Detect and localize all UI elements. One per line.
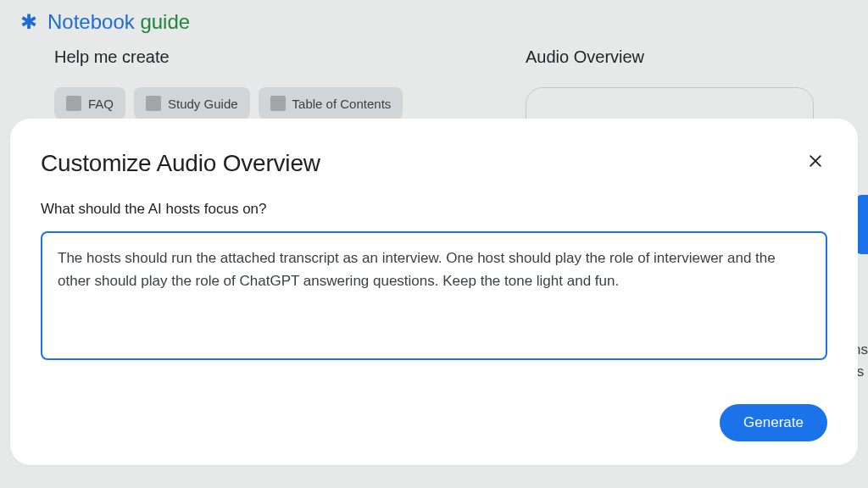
peek-blue-button[interactable] xyxy=(856,195,868,254)
dialog-title: Customize Audio Overview xyxy=(41,150,320,177)
close-button[interactable] xyxy=(804,149,827,177)
close-icon xyxy=(807,152,824,169)
generate-button[interactable]: Generate xyxy=(720,404,827,441)
prompt-label: What should the AI hosts focus on? xyxy=(41,201,827,218)
focus-textarea[interactable]: The hosts should run the attached transc… xyxy=(41,231,827,360)
customize-audio-overview-dialog: Customize Audio Overview What should the… xyxy=(10,119,858,465)
